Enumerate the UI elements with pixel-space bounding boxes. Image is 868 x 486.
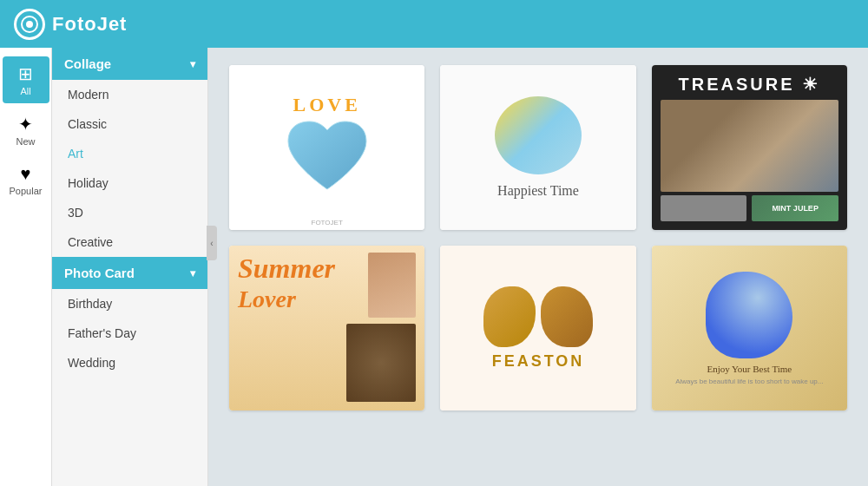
tpl-happiest-inner: Happiest Time — [440, 65, 635, 230]
lover-text: Lover — [238, 286, 296, 313]
template-grid: LOVE — [229, 65, 847, 410]
category-photo-card[interactable]: Photo Card ▾ — [52, 257, 207, 289]
template-love[interactable]: LOVE — [229, 65, 424, 230]
sidebar-item-creative[interactable]: Creative — [52, 227, 207, 257]
sidebar-item-3d[interactable]: 3D — [52, 198, 207, 227]
popular-icon: ♥ — [21, 164, 31, 184]
nav-item-popular[interactable]: ♥ Popular — [3, 157, 49, 203]
template-content: LOVE — [208, 48, 868, 486]
enjoy-title: Enjoy Your Best Time — [707, 364, 792, 374]
tpl-feast-inner: FEASTON — [440, 246, 635, 410]
love-heart-photo — [284, 120, 371, 198]
all-icon: ⊞ — [18, 63, 33, 84]
feast-photos — [483, 286, 593, 347]
happiest-photo — [495, 96, 582, 174]
enjoy-photo — [706, 272, 792, 358]
left-nav: ⊞ All ✦ New ♥ Popular — [0, 48, 52, 486]
treasure-title: TREASURE ☀ — [679, 74, 821, 95]
template-happiest[interactable]: Happiest Time — [440, 65, 635, 230]
feast-blob1 — [483, 286, 536, 347]
sidebar-item-holiday[interactable]: Holiday — [52, 168, 207, 198]
collapse-icon: ‹ — [210, 239, 213, 248]
sidebar-item-classic[interactable]: Classic — [52, 109, 207, 139]
template-treasure[interactable]: TREASURE ☀ MINT JULEP — [652, 65, 847, 230]
photo-card-chevron-icon: ▾ — [190, 267, 195, 279]
logo: FotoJet — [14, 9, 127, 40]
category-photo-card-label: Photo Card — [64, 266, 135, 280]
nav-label-popular: Popular — [10, 186, 43, 196]
summer-text: Summer — [238, 253, 335, 285]
treasure-bottom: MINT JULEP — [661, 195, 838, 221]
tpl-summer-inner: Summer Lover — [229, 246, 424, 410]
feast-title: FEASTON — [492, 352, 585, 371]
happiest-caption: Happiest Time — [497, 183, 579, 199]
nav-item-all[interactable]: ⊞ All — [3, 56, 49, 103]
header: FotoJet — [0, 0, 868, 48]
nav-label-all: All — [20, 86, 30, 96]
mint-label: MINT JULEP — [772, 204, 819, 213]
main-layout: ⊞ All ✦ New ♥ Popular Collage ▾ Modern C… — [0, 48, 868, 486]
enjoy-subtitle: Always be beautiful life is too short to… — [675, 378, 823, 385]
sidebar-item-art[interactable]: Art — [52, 139, 207, 168]
sidebar-item-fathers-day[interactable]: Father's Day — [52, 319, 207, 348]
summer-photo2 — [346, 324, 416, 402]
svg-rect-2 — [284, 120, 371, 198]
treasure-photo — [661, 100, 838, 192]
love-brand: FOTOJET — [312, 219, 343, 227]
logo-text: FotoJet — [52, 13, 127, 36]
sidebar-item-modern[interactable]: Modern — [52, 80, 207, 109]
svg-point-1 — [26, 21, 33, 28]
sidebar-item-wedding[interactable]: Wedding — [52, 348, 207, 378]
tpl-treasure-inner: TREASURE ☀ MINT JULEP — [652, 65, 847, 230]
template-enjoy[interactable]: Enjoy Your Best Time Always be beautiful… — [652, 246, 847, 410]
nav-label-new: New — [16, 136, 35, 147]
feast-blob2 — [541, 286, 593, 347]
sidebar: Collage ▾ Modern Classic Art Holiday 3D … — [52, 48, 208, 486]
template-feast[interactable]: FEASTON — [440, 246, 635, 410]
category-collage-label: Collage — [64, 56, 111, 71]
sidebar-item-birthday[interactable]: Birthday — [52, 289, 207, 319]
tpl-love-inner: LOVE — [229, 65, 424, 230]
collage-chevron-icon: ▾ — [190, 58, 195, 70]
tpl-enjoy-inner: Enjoy Your Best Time Always be beautiful… — [652, 246, 847, 410]
category-collage[interactable]: Collage ▾ — [52, 48, 207, 80]
nav-item-new[interactable]: ✦ New — [3, 107, 49, 154]
sidebar-collapse-handle[interactable]: ‹ — [207, 226, 217, 260]
new-icon: ✦ — [18, 114, 33, 135]
logo-icon — [14, 9, 45, 40]
love-title: LOVE — [293, 94, 360, 116]
summer-photo1 — [368, 253, 416, 318]
template-summer[interactable]: Summer Lover — [229, 246, 424, 410]
